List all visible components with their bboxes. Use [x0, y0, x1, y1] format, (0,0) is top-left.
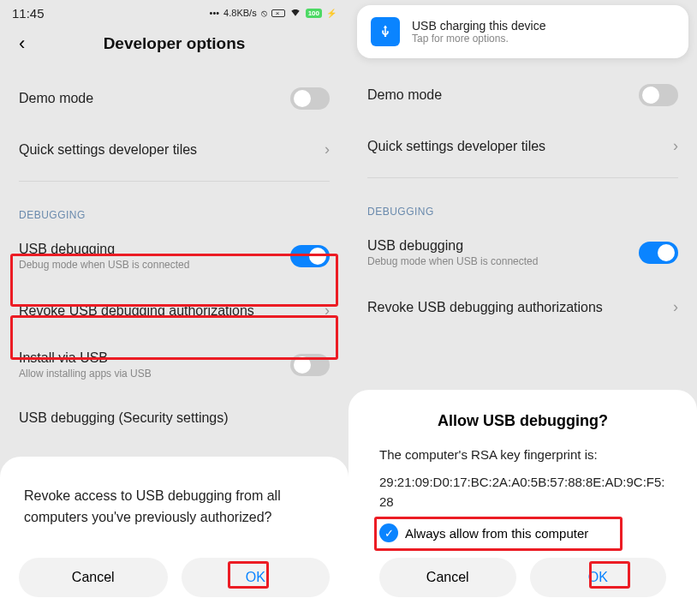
usb-icon [371, 17, 400, 46]
divider [19, 181, 330, 182]
sheet-fingerprint-label: The computer's RSA key fingerprint is: [379, 446, 666, 465]
status-right: ••• 4.8KB/s ⦸ × 100 ⚡ [210, 6, 337, 20]
phone-left: 11:45 ••• 4.8KB/s ⦸ × 100 ⚡ ‹ Developer … [0, 0, 348, 616]
ok-button[interactable]: OK [182, 558, 331, 597]
header: ‹ Developer options [0, 22, 348, 72]
content: Demo mode Quick settings developer tiles… [0, 72, 348, 441]
bottom-sheet-revoke: Revoke access to USB debugging from all … [0, 457, 348, 616]
bottom-sheet-allow: Allow USB debugging? The computer's RSA … [348, 390, 697, 617]
checkbox-label: Always allow from this computer [405, 526, 588, 541]
signal-dots-icon: ••• [210, 8, 220, 18]
ok-button[interactable]: OK [530, 558, 667, 597]
phone-right: Developer options Demo mode Quick settin… [348, 0, 697, 616]
status-time: 11:45 [12, 6, 45, 21]
row-revoke[interactable]: Revoke USB debugging authorizations › [19, 286, 330, 335]
wifi-icon [289, 6, 301, 20]
row-usb-debugging[interactable]: USB debugging Debug mode when USB is con… [367, 223, 678, 283]
checkbox-always-allow[interactable]: ✓ Always allow from this computer [379, 523, 666, 542]
row-demo-mode[interactable]: Demo mode [19, 72, 330, 125]
sheet-fingerprint: 29:21:09:D0:17:BC:2A:A0:5B:57:88:8E:AD:9… [379, 473, 666, 511]
notification-usb[interactable]: USB charging this device Tap for more op… [357, 5, 688, 58]
battery-icon: 100 [306, 9, 322, 18]
divider [367, 177, 678, 178]
content: Demo mode Quick settings developer tiles… [348, 69, 697, 332]
toggle-demo[interactable] [290, 87, 330, 110]
section-label: DEBUGGING [367, 185, 678, 223]
notif-sub: Tap for more options. [412, 33, 545, 45]
row-install-usb[interactable]: Install via USB Allow installing apps vi… [19, 335, 330, 395]
row-revoke[interactable]: Revoke USB debugging authorizations › [367, 283, 678, 332]
status-bar: 11:45 ••• 4.8KB/s ⦸ × 100 ⚡ [0, 0, 348, 22]
network-speed: 4.8KB/s [223, 8, 257, 18]
chevron-icon: › [325, 302, 330, 320]
cancel-button[interactable]: Cancel [19, 558, 168, 597]
row-quick-settings[interactable]: Quick settings developer tiles › [367, 122, 678, 170]
chevron-icon: › [325, 141, 330, 158]
toggle-install-usb[interactable] [290, 354, 330, 376]
toggle-usb-debugging[interactable] [290, 245, 330, 267]
sheet-title: Allow USB debugging? [379, 412, 666, 430]
toggle-demo[interactable] [639, 84, 678, 106]
toggle-usb-debugging[interactable] [639, 242, 678, 264]
dnd-icon: ⦸ [261, 8, 267, 19]
row-security[interactable]: USB debugging (Security settings) [19, 395, 330, 441]
chevron-icon: › [673, 298, 678, 316]
back-icon[interactable]: ‹ [19, 33, 25, 55]
check-icon: ✓ [379, 523, 398, 542]
row-quick-settings[interactable]: Quick settings developer tiles › [19, 125, 330, 174]
cancel-button[interactable]: Cancel [379, 558, 516, 597]
sheet-message: Revoke access to USB debugging from all … [19, 475, 330, 549]
row-usb-debugging[interactable]: USB debugging Debug mode when USB is con… [19, 226, 330, 286]
row-demo-mode[interactable]: Demo mode [367, 69, 678, 122]
battery-empty-icon: × [271, 9, 285, 17]
charging-icon: ⚡ [326, 9, 337, 18]
page-title: Developer options [15, 34, 333, 53]
section-label: DEBUGGING [19, 188, 330, 226]
chevron-icon: › [673, 137, 678, 155]
notif-title: USB charging this device [412, 19, 545, 33]
